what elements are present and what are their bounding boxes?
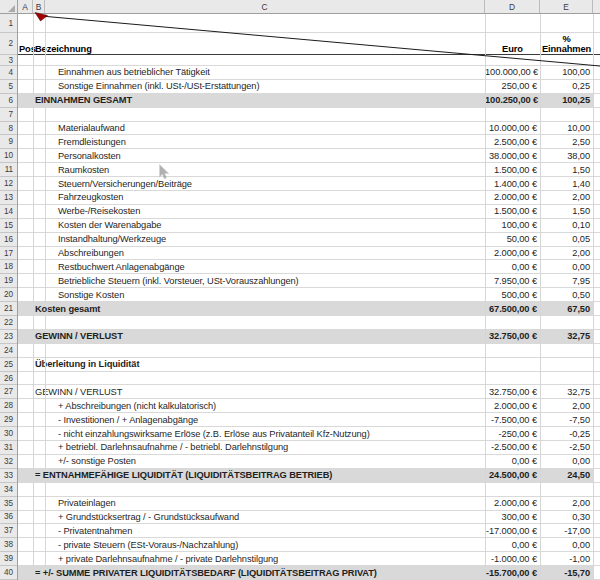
cell-pct-15[interactable]: 0,10 xyxy=(540,220,593,230)
row-header-17[interactable]: 17 xyxy=(0,247,17,261)
cell-a27[interactable] xyxy=(18,385,33,398)
column-header-b[interactable]: B xyxy=(33,0,45,13)
cell-euro-5[interactable]: 250,00 € xyxy=(485,81,540,91)
cell-pct-12[interactable]: 1,40 xyxy=(540,179,593,189)
row-header-5[interactable]: 5 xyxy=(0,80,17,94)
cell-a4[interactable] xyxy=(18,66,33,79)
cell-label-36[interactable]: + Grundstücksertrag / - Grundstücksaufwa… xyxy=(33,512,485,522)
cell-label-5[interactable]: Sonstige Einnahmen (inkl. USt-/USt-Ersta… xyxy=(33,81,485,91)
row-header-29[interactable]: 29 xyxy=(0,413,17,427)
row-header-32[interactable]: 32 xyxy=(0,455,17,469)
cell-a13[interactable] xyxy=(18,191,33,204)
cell-label-25[interactable]: Überleitung in Liquidität xyxy=(33,359,485,369)
cell-pct-18[interactable]: 0,00 xyxy=(540,262,593,272)
cell-f21[interactable] xyxy=(593,302,600,315)
row-header-19[interactable]: 19 xyxy=(0,274,17,288)
cell-f24[interactable] xyxy=(593,344,600,357)
row-header-37[interactable]: 37 xyxy=(0,524,17,538)
cell-label-19[interactable]: Betriebliche Steuern (inkl. Vorsteuer, U… xyxy=(33,276,485,286)
cell-a40[interactable] xyxy=(18,566,33,579)
cell-pct-6[interactable]: 100,25 xyxy=(540,95,593,105)
cell-f1[interactable] xyxy=(593,14,600,32)
row-header-2[interactable]: 2 xyxy=(0,33,17,55)
cell-f12[interactable] xyxy=(593,177,600,190)
cell-pct-9[interactable]: 2,50 xyxy=(540,137,593,147)
cell-label-15[interactable]: Kosten der Warenabgabe xyxy=(33,220,485,230)
cell-f10[interactable] xyxy=(593,149,600,162)
cell-a17[interactable] xyxy=(18,247,33,260)
cell-f5[interactable] xyxy=(593,80,600,93)
cell-label-9[interactable]: Fremdleistungen xyxy=(33,137,485,147)
column-header-f-sliver[interactable] xyxy=(593,0,600,13)
cell-label-28[interactable]: + Abschreibungen (nicht kalkulatorisch) xyxy=(33,401,485,411)
cell-pct-31[interactable]: -2,50 xyxy=(540,442,593,452)
cell-f31[interactable] xyxy=(593,441,600,454)
cell-a21[interactable] xyxy=(18,302,33,315)
cell-euro-31[interactable]: -2.500,00 € xyxy=(485,442,540,452)
cell-a32[interactable] xyxy=(18,455,33,468)
cell-f20[interactable] xyxy=(593,288,600,301)
row-header-12[interactable]: 12 xyxy=(0,177,17,191)
cell-a14[interactable] xyxy=(18,205,33,218)
cell-label-10[interactable]: Personalkosten xyxy=(33,151,485,161)
cell-pos-header[interactable]: Pos. xyxy=(18,33,33,54)
cell-euro-23[interactable]: 32.750,00 € xyxy=(485,331,540,341)
row-header-13[interactable]: 13 xyxy=(0,191,17,205)
cell-f36[interactable] xyxy=(593,511,600,524)
row-header-30[interactable]: 30 xyxy=(0,427,17,441)
cell-a9[interactable] xyxy=(18,135,33,148)
cell-pct-39[interactable]: -1,00 xyxy=(540,554,593,564)
cell-f35[interactable] xyxy=(593,497,600,510)
cell-f30[interactable] xyxy=(593,427,600,440)
cell-a7[interactable] xyxy=(18,108,33,121)
cell-label-35[interactable]: Privateinlagen xyxy=(33,498,485,508)
cell-euro-12[interactable]: 1.400,00 € xyxy=(485,179,540,189)
row-header-24[interactable]: 24 xyxy=(0,344,17,358)
cell-euro-21[interactable]: 67.500,00 € xyxy=(485,304,540,314)
cell-f18[interactable] xyxy=(593,260,600,273)
cell-a23[interactable] xyxy=(18,330,33,343)
select-all-corner[interactable] xyxy=(0,0,18,13)
cell-a36[interactable] xyxy=(18,511,33,524)
cell-euro-33[interactable]: 24.500,00 € xyxy=(485,470,540,480)
cell-f29[interactable] xyxy=(593,413,600,426)
cell-label-39[interactable]: + private Darlehnsaufnahme / - private D… xyxy=(33,554,485,564)
cell-a20[interactable] xyxy=(18,288,33,301)
cell-f38[interactable] xyxy=(593,538,600,551)
row-header-16[interactable]: 16 xyxy=(0,233,17,247)
row-header-26[interactable]: 26 xyxy=(0,372,17,386)
cell-label-33[interactable]: = ENTNAHMEFÄHIGE LIQUIDITÄT (LIQUIDITÄTS… xyxy=(33,470,485,480)
cell-label-31[interactable]: + betriebl. Darlehnsaufnahme / - betrieb… xyxy=(33,442,485,452)
row-header-21[interactable]: 21 xyxy=(0,302,17,316)
cell-euro-header[interactable]: Euro xyxy=(485,44,540,54)
row-header-4[interactable]: 4 xyxy=(0,66,17,80)
cell-pct-header[interactable]: % Einnahmen xyxy=(540,33,593,54)
cell-label-29[interactable]: - Investitionen / + Anlagenabgänge xyxy=(33,415,485,425)
cell-euro-37[interactable]: -17.000,00 € xyxy=(485,526,540,536)
cell-a26[interactable] xyxy=(18,372,33,385)
cell-f27[interactable] xyxy=(593,385,600,398)
cell-euro-39[interactable]: -1.000,00 € xyxy=(485,554,540,564)
cell-pct-11[interactable]: 1,50 xyxy=(540,165,593,175)
cell-f11[interactable] xyxy=(593,163,600,176)
cell-f26[interactable] xyxy=(593,372,600,385)
cell-euro-13[interactable]: 2.000,00 € xyxy=(485,192,540,202)
cell-pct-8[interactable]: 10,00 xyxy=(540,123,593,133)
cell-a37[interactable] xyxy=(18,524,33,537)
column-header-a[interactable]: A xyxy=(18,0,33,13)
cell-label-12[interactable]: Steuern/Versicherungen/Beiträge xyxy=(33,179,485,189)
cell-a31[interactable] xyxy=(18,441,33,454)
row-header-27[interactable]: 27 xyxy=(0,385,17,399)
cell-pct-32[interactable]: 0,00 xyxy=(540,456,593,466)
cell-f4[interactable] xyxy=(593,66,600,79)
cell-a22[interactable] xyxy=(18,316,33,329)
cell-a3[interactable] xyxy=(18,55,33,65)
cell-a1[interactable] xyxy=(18,14,33,32)
cell-pct-16[interactable]: 0,05 xyxy=(540,234,593,244)
cell-euro-17[interactable]: 2.000,00 € xyxy=(485,248,540,258)
cell-a33[interactable] xyxy=(18,469,33,482)
cell-pct-13[interactable]: 2,00 xyxy=(540,192,593,202)
cell-pct-21[interactable]: 67,50 xyxy=(540,304,593,314)
cell-pct-37[interactable]: -17,00 xyxy=(540,526,593,536)
cell-euro-9[interactable]: 2.500,00 € xyxy=(485,137,540,147)
